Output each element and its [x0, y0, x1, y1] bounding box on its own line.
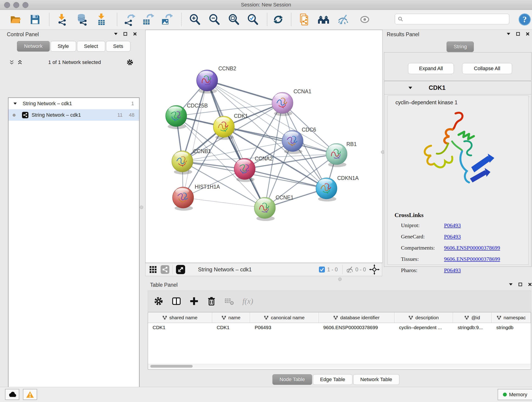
network-canvas[interactable]: CCNB2CCNA1CDC25BCDK1CDC6RB1CCNB1CCNA2CDK… [145, 30, 383, 263]
column-header-description[interactable]: description [394, 313, 453, 323]
panel-menu-icon[interactable] [507, 33, 510, 35]
eye-icon[interactable] [358, 13, 371, 26]
crosslink-link[interactable]: 9606.ENSP00000378699 [444, 245, 500, 251]
first-neighbors-icon[interactable] [317, 13, 330, 26]
table-cell[interactable]: stringdb:9... [453, 323, 492, 332]
column-header-shared-name[interactable]: shared name [148, 313, 212, 323]
export-table-icon[interactable] [141, 13, 154, 26]
network-node-CCNB2[interactable] [196, 70, 218, 94]
control-panel-splitter-handle[interactable] [140, 206, 143, 209]
network-edge-CDK1-RB1[interactable] [224, 127, 336, 154]
section-collapse-icon[interactable] [409, 87, 412, 89]
add-column-icon[interactable] [189, 296, 199, 306]
crosslink-link[interactable]: 9606.ENSP00000378699 [444, 256, 500, 262]
tab-style[interactable]: Style [51, 41, 76, 51]
panel-menu-icon[interactable] [509, 283, 513, 286]
network-node-RB1[interactable] [326, 143, 347, 167]
help-icon[interactable]: ? [518, 13, 531, 26]
network-edge-CCNE1-HIST1H1A[interactable] [183, 198, 265, 208]
selected-checkbox[interactable] [319, 267, 325, 273]
zoom-fit-icon[interactable] [227, 13, 240, 26]
open-session-icon[interactable] [9, 13, 22, 26]
column-header-canonical-name[interactable]: canonical name [250, 313, 319, 323]
external-link-icon[interactable] [176, 265, 185, 274]
float-panel-icon[interactable] [516, 32, 520, 36]
column-header-name[interactable]: name [212, 313, 250, 323]
column-header-database-identifier[interactable]: database identifier [319, 313, 394, 323]
network-node-CCNB1[interactable] [172, 151, 193, 174]
column-header-namespac[interactable]: namespac [492, 313, 531, 323]
tab-network-table[interactable]: Network Table [353, 374, 399, 385]
network-row-selected[interactable]: String Network – cdk1 11 48 [8, 109, 139, 121]
table-cell[interactable]: 9606.ENSP00000378699 [319, 323, 394, 332]
tab-select[interactable]: Select [77, 41, 105, 51]
network-node-CDK1[interactable] [213, 116, 234, 140]
crosslink-link[interactable]: P06493 [444, 267, 461, 274]
import-network-file-icon[interactable] [56, 13, 68, 26]
delete-column-icon[interactable] [207, 296, 216, 306]
network-node-CCNE1[interactable] [254, 197, 275, 221]
network-edge-CCNB2-HIST1H1A[interactable] [183, 80, 207, 198]
search-box[interactable] [395, 14, 509, 24]
export-network-icon[interactable] [123, 13, 136, 26]
warning-button[interactable] [23, 389, 37, 400]
crosslink-link[interactable]: P06493 [444, 234, 461, 240]
network-node-CDKN1A[interactable] [316, 178, 337, 201]
node-label-CCNA2: CCNA2 [255, 156, 273, 162]
tree-expand-icon[interactable] [13, 102, 17, 105]
memory-button[interactable]: Memory [498, 389, 532, 400]
network-node-CCNA2[interactable] [234, 158, 255, 182]
table-cell[interactable]: stringdb [492, 323, 531, 332]
search-input[interactable] [403, 16, 503, 22]
expand-all-icon[interactable] [17, 59, 23, 65]
export-image-icon[interactable] [160, 13, 173, 26]
tab-string[interactable]: String [447, 41, 474, 52]
network-node-CCNA1[interactable] [272, 92, 293, 116]
expand-all-button[interactable]: Expand All [408, 63, 454, 74]
collapse-all-button[interactable]: Collapse All [462, 63, 512, 74]
close-panel-icon[interactable] [528, 283, 532, 286]
float-panel-icon[interactable] [123, 32, 127, 36]
network-file-share-icon[interactable] [298, 13, 311, 26]
table-hscrollbar[interactable] [148, 364, 531, 368]
table-panel-splitter-handle[interactable] [338, 278, 342, 281]
save-session-icon[interactable] [28, 13, 41, 26]
network-node-CDC25B[interactable] [166, 105, 187, 129]
close-panel-icon[interactable] [133, 32, 137, 36]
tab-network[interactable]: Network [17, 41, 50, 51]
protein-section-header[interactable]: CDK1 [384, 81, 531, 95]
gear-icon[interactable] [126, 59, 133, 66]
refresh-icon[interactable] [272, 13, 285, 26]
crosslink-link[interactable]: P06493 [444, 222, 461, 229]
import-table-file-icon[interactable] [95, 13, 108, 26]
table-row[interactable]: CDK1CDK1P064939606.ENSP00000378699cyclin… [148, 323, 531, 332]
zoom-out-icon[interactable] [208, 13, 221, 26]
tab-sets[interactable]: Sets [106, 41, 130, 51]
collapse-all-icon[interactable] [9, 59, 15, 65]
share-badge-icon[interactable] [161, 265, 169, 274]
zoom-in-icon[interactable] [188, 13, 201, 26]
table-cell[interactable]: cyclin–dependent ... [394, 323, 453, 332]
zoom-selected-icon[interactable] [246, 13, 259, 26]
table-cell[interactable]: P06493 [250, 323, 319, 332]
cloud-button[interactable] [5, 389, 19, 400]
column-header--id[interactable]: @id [453, 313, 492, 323]
tab-node-table[interactable]: Node Table [272, 374, 312, 385]
columns-icon[interactable] [171, 296, 181, 306]
network-edge-CCNB2-CCNA1[interactable] [207, 80, 283, 103]
show-hide-icon[interactable] [337, 13, 350, 26]
network-node-HIST1H1A[interactable] [172, 187, 194, 211]
network-collection-row[interactable]: String Network – cdk1 1 [8, 98, 139, 109]
table-cell[interactable]: CDK1 [212, 323, 250, 332]
tab-edge-table[interactable]: Edge Table [313, 374, 352, 385]
grid-icon[interactable] [149, 266, 157, 274]
close-panel-icon[interactable] [526, 32, 530, 36]
import-network-database-icon[interactable] [75, 13, 88, 26]
network-node-CDC6[interactable] [282, 130, 303, 154]
crosshair-icon[interactable] [369, 264, 380, 275]
panel-menu-icon[interactable] [114, 33, 118, 35]
gear-icon[interactable] [153, 296, 164, 306]
table-cell[interactable]: CDK1 [148, 323, 212, 332]
float-panel-icon[interactable] [519, 283, 522, 286]
scrollbar-thumb[interactable] [150, 365, 193, 368]
